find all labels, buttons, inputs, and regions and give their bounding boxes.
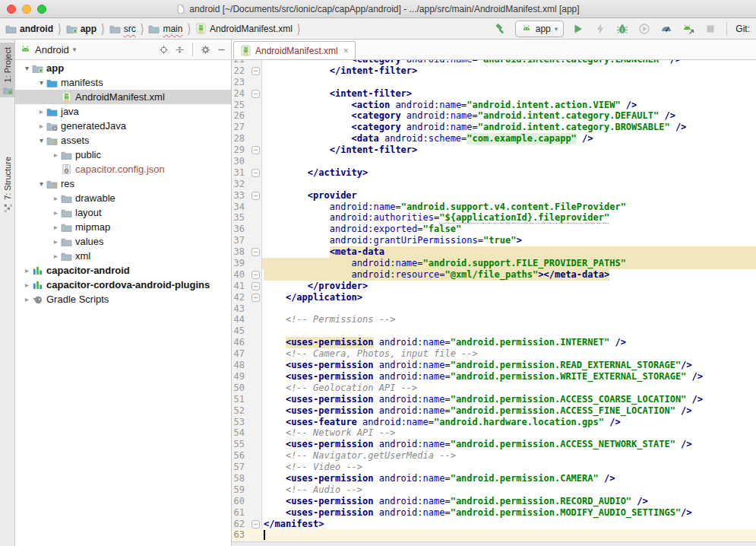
line-number[interactable]: 62–	[232, 519, 262, 530]
code-line-text[interactable]	[262, 179, 756, 190]
line-number[interactable]: 57	[232, 462, 262, 473]
code-line-62[interactable]: 62–</manifest>	[232, 519, 756, 530]
line-number[interactable]: 37	[232, 235, 262, 246]
code-line-40[interactable]: 40– android:resource="@xml/file_paths"><…	[232, 269, 756, 281]
code-line-text[interactable]: <!-- Audio -->	[262, 484, 756, 496]
line-number[interactable]: 49	[232, 371, 262, 383]
code-line-23[interactable]: 23	[232, 77, 756, 88]
tree-item-res[interactable]: ▾res	[15, 176, 231, 191]
line-number[interactable]: 59	[232, 484, 262, 496]
debug-bug-button[interactable]	[615, 21, 630, 37]
code-line-37[interactable]: 37 android:grantUriPermissions="true">	[232, 235, 756, 246]
tree-item-androidmanifest-xml[interactable]: <>AndroidManifest.xml	[15, 90, 231, 104]
code-line-text[interactable]: android:name="android.support.v4.content…	[262, 202, 756, 213]
tree-collapsed-arrow-icon[interactable]: ▸	[52, 194, 60, 202]
tool-window-tab-project[interactable]: 1: Project	[0, 43, 15, 97]
tab-androidmanifest[interactable]: <> AndroidManifest.xml ×	[233, 41, 356, 59]
code-line-26[interactable]: 26 <category android:name="android.inten…	[232, 110, 756, 122]
code-line-text[interactable]: <uses-permission android:name="android.p…	[262, 337, 756, 348]
code-line-35[interactable]: 35 android:authorities="${applicationId}…	[232, 212, 756, 224]
code-line-58[interactable]: 58 <uses-permission android:name="androi…	[232, 473, 756, 484]
fold-marker-icon[interactable]: –	[251, 146, 260, 154]
code-line-59[interactable]: 59 <!-- Audio -->	[232, 484, 756, 496]
line-number[interactable]: 33–	[232, 190, 262, 202]
breadcrumb-item-androidmanifest-xml[interactable]: <>AndroidManifest.xml	[193, 23, 295, 34]
line-number[interactable]: 39	[232, 258, 262, 269]
code-line-22[interactable]: 22– </intent-filter>	[232, 65, 756, 77]
code-line-56[interactable]: 56 <!-- Navigator.getUserMedia -->	[232, 450, 756, 462]
hide-minus-button[interactable]	[217, 45, 226, 55]
tree-collapsed-arrow-icon[interactable]: ▸	[37, 107, 46, 116]
code-line-50[interactable]: 50 <!-- Geolocation API -->	[232, 383, 756, 394]
code-line-46[interactable]: 46 <uses-permission android:name="androi…	[232, 337, 756, 348]
line-number[interactable]: 32	[232, 179, 262, 190]
code-line-text[interactable]: </intent-filter>	[262, 144, 756, 156]
tree-collapsed-arrow-icon[interactable]: ▸	[52, 252, 60, 260]
code-line-text[interactable]: <meta-data	[262, 246, 756, 258]
tree-collapsed-arrow-icon[interactable]: ▸	[52, 151, 60, 159]
tool-window-tab-structure[interactable]: 7: Structure	[0, 152, 15, 215]
code-line-39[interactable]: 39 android:name="android.support.FILE_PR…	[232, 258, 756, 269]
close-window-icon[interactable]	[7, 5, 16, 14]
tree-item-java[interactable]: ▸java	[15, 104, 231, 119]
code-line-text[interactable]: <uses-feature android:name="android.hard…	[262, 417, 756, 428]
fold-marker-icon[interactable]: –	[251, 520, 260, 529]
code-line-30[interactable]: 30	[232, 156, 756, 167]
settings-gear-button[interactable]	[201, 45, 210, 55]
code-line-57[interactable]: 57 <!-- Video -->	[232, 462, 756, 473]
tree-collapsed-arrow-icon[interactable]: ▸	[23, 281, 31, 289]
fold-marker-icon[interactable]: –	[251, 282, 260, 290]
line-number[interactable]: 45	[232, 325, 262, 337]
line-number[interactable]: 29–	[232, 144, 262, 156]
code-line-45[interactable]: 45	[232, 325, 756, 337]
tree-expanded-arrow-icon[interactable]: ▾	[23, 64, 31, 72]
line-number[interactable]: 60	[232, 496, 262, 507]
code-line-43[interactable]: 43	[232, 303, 756, 315]
breadcrumb-item-android[interactable]: android	[3, 23, 55, 34]
line-number[interactable]: 22–	[232, 65, 262, 77]
fold-marker-icon[interactable]: –	[251, 271, 260, 279]
tree-collapsed-arrow-icon[interactable]: ▸	[52, 237, 60, 246]
profiler-gauge-button[interactable]	[659, 21, 674, 37]
locate-target-button[interactable]	[159, 45, 169, 55]
code-line-text[interactable]: <!-- Navigator.getUserMedia -->	[262, 450, 756, 462]
tree-collapsed-arrow-icon[interactable]: ▸	[52, 208, 60, 217]
line-number[interactable]: 56	[232, 450, 262, 462]
code-line-text[interactable]: <uses-permission android:name="android.p…	[262, 507, 756, 519]
build-hammer-button[interactable]	[493, 21, 508, 37]
stop-square-button[interactable]	[703, 21, 718, 37]
code-line-text[interactable]: android:name="android.support.FILE_PROVI…	[262, 258, 756, 269]
tree-expanded-arrow-icon[interactable]: ▾	[37, 136, 46, 144]
code-line-text[interactable]: </manifest>	[262, 519, 756, 530]
code-line-21[interactable]: 21 <category android:name="android.inten…	[232, 60, 756, 65]
tree-item-mipmap[interactable]: ▸mipmap	[15, 220, 231, 234]
fold-marker-icon[interactable]: –	[251, 248, 260, 256]
collapse-all-button[interactable]	[175, 45, 185, 55]
line-number[interactable]: 35	[232, 212, 262, 224]
code-line-63[interactable]: 63	[232, 529, 756, 541]
code-line-text[interactable]: <uses-permission android:name="android.p…	[262, 360, 756, 371]
code-line-text[interactable]: <category android:name="android.intent.c…	[262, 110, 756, 122]
code-line-25[interactable]: 25 <action android:name="android.intent.…	[232, 100, 756, 111]
code-line-49[interactable]: 49 <uses-permission android:name="androi…	[232, 371, 756, 383]
tree-item-assets[interactable]: ▾assets	[15, 133, 231, 148]
code-line-44[interactable]: 44 <!-- Permissions -->	[232, 314, 756, 325]
code-line-41[interactable]: 41– </provider>	[232, 281, 756, 292]
code-line-48[interactable]: 48 <uses-permission android:name="androi…	[232, 360, 756, 371]
line-number[interactable]: 40–	[232, 269, 262, 281]
tree-collapsed-arrow-icon[interactable]: ▸	[37, 122, 46, 130]
tree-item-capacitor-android[interactable]: ▸capacitor-android	[15, 263, 231, 278]
code-line-text[interactable]: </intent-filter>	[262, 65, 756, 77]
code-line-47[interactable]: 47 <!-- Camera, Photos, input file -->	[232, 348, 756, 360]
code-line-51[interactable]: 51 <uses-permission android:name="androi…	[232, 394, 756, 405]
code-line-text[interactable]: android:authorities="${applicationId}.fi…	[262, 212, 756, 224]
tree-item-app[interactable]: ▾app	[15, 61, 231, 75]
line-number[interactable]: 34	[232, 202, 262, 213]
code-line-text[interactable]: <category android:name="android.intent.c…	[262, 60, 756, 65]
line-number[interactable]: 63	[232, 529, 262, 541]
code-line-34[interactable]: 34 android:name="android.support.v4.cont…	[232, 202, 756, 213]
line-number[interactable]: 21	[232, 60, 262, 65]
code-line-55[interactable]: 55 <uses-permission android:name="androi…	[232, 439, 756, 450]
line-number[interactable]: 42–	[232, 292, 262, 303]
code-line-27[interactable]: 27 <category android:name="android.inten…	[232, 122, 756, 133]
